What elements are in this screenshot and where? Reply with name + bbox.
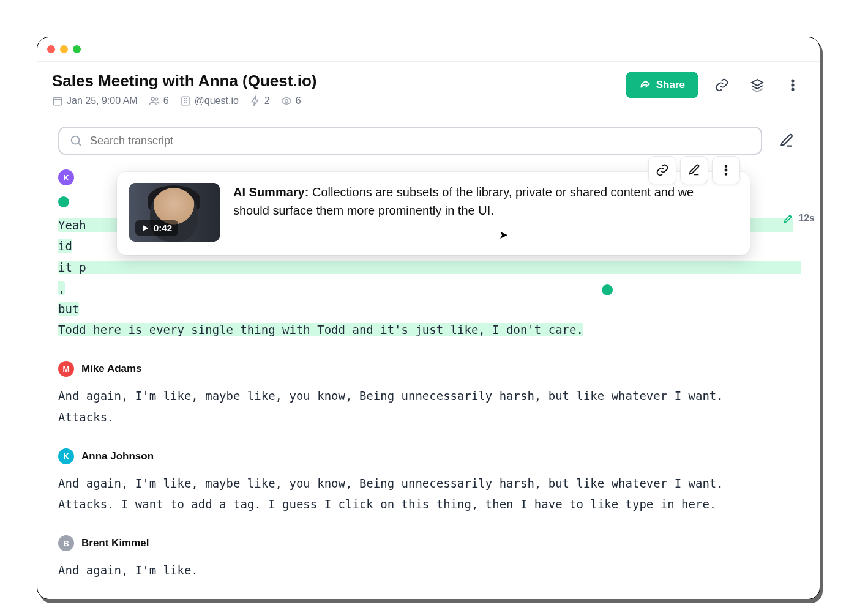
edit-icon <box>687 163 701 177</box>
transcript-block: K Yeah id it p <box>58 169 799 340</box>
svg-point-9 <box>725 165 727 167</box>
selection-handle-end[interactable] <box>602 284 613 295</box>
share-arrow-icon <box>639 79 651 91</box>
avatar: M <box>58 361 74 377</box>
ai-summary-text: AI Summary: Collections are subsets of t… <box>233 183 738 242</box>
transcript-block: K Anna Johnson And again, I'm like, mayb… <box>58 448 799 514</box>
svg-point-5 <box>792 80 793 81</box>
popover-edit-button[interactable] <box>680 156 708 184</box>
avatar: K <box>58 448 74 464</box>
cursor-icon: ➤ <box>499 228 508 242</box>
eye-icon <box>281 95 292 106</box>
utterance[interactable]: And again, I'm like, maybe like, you kno… <box>58 473 799 514</box>
svg-point-11 <box>725 173 727 175</box>
speaker-name: Anna Johnson <box>81 450 154 462</box>
speaker-row[interactable]: B Brent Kimmel <box>58 535 799 551</box>
search-input-wrapper[interactable] <box>58 127 762 155</box>
window-close-icon[interactable] <box>47 45 55 53</box>
page-body: K Yeah id it p <box>37 114 820 599</box>
stack-icon <box>750 78 765 92</box>
link-button[interactable] <box>709 73 734 97</box>
avatar: B <box>58 535 74 551</box>
popover-more-button[interactable] <box>712 156 740 184</box>
play-icon <box>140 223 150 233</box>
play-clip-button[interactable]: 0:42 <box>135 220 178 236</box>
svg-point-8 <box>72 136 80 144</box>
utterance[interactable]: And again, I'm like, maybe like, you kno… <box>58 385 799 427</box>
video-thumbnail[interactable]: 0:42 <box>129 183 220 242</box>
window-minimize-icon[interactable] <box>60 45 68 53</box>
window-zoom-icon[interactable] <box>73 45 81 53</box>
more-vertical-icon <box>719 163 733 177</box>
meta-views[interactable]: 6 <box>281 95 301 106</box>
more-vertical-icon <box>785 78 800 92</box>
edit-icon <box>779 133 795 149</box>
svg-point-6 <box>792 84 793 86</box>
app-window: Sales Meeting with Anna (Quest.io) Jan 2… <box>37 37 820 599</box>
link-icon <box>656 163 669 177</box>
meta-attendees[interactable]: 6 <box>149 95 169 106</box>
svg-point-7 <box>792 88 793 90</box>
popover-link-button[interactable] <box>648 156 676 184</box>
speaker-row[interactable]: M Mike Adams <box>58 361 799 377</box>
svg-point-2 <box>155 98 158 100</box>
utterance[interactable]: And again, I'm like. <box>58 560 799 581</box>
search-input[interactable] <box>90 135 751 147</box>
transcript-block: B Brent Kimmel And again, I'm like. <box>58 535 799 581</box>
transcript: K Yeah id it p <box>58 169 799 581</box>
popover-actions <box>648 156 740 184</box>
svg-point-1 <box>151 97 154 100</box>
meta-row: Jan 25, 9:00 AM 6 @quest.io 2 6 <box>52 95 616 106</box>
company-icon <box>180 95 191 106</box>
more-button[interactable] <box>780 73 805 97</box>
svg-point-10 <box>725 169 727 171</box>
svg-point-4 <box>285 100 288 103</box>
link-icon <box>714 78 729 92</box>
page-title: Sales Meeting with Anna (Quest.io) <box>52 72 616 91</box>
page-header: Sales Meeting with Anna (Quest.io) Jan 2… <box>37 62 820 114</box>
speaker-name: Mike Adams <box>81 363 142 375</box>
meta-bolts[interactable]: 2 <box>250 95 270 106</box>
window-titlebar <box>37 37 820 62</box>
calendar-icon <box>52 95 63 106</box>
people-icon <box>149 95 160 106</box>
speaker-row[interactable]: K Anna Johnson <box>58 448 799 464</box>
transcript-block: M Mike Adams And again, I'm like, maybe … <box>58 361 799 427</box>
highlighter-icon <box>782 212 795 225</box>
svg-rect-0 <box>53 98 62 105</box>
meta-domain[interactable]: @quest.io <box>180 95 239 106</box>
speaker-name: Brent Kimmel <box>81 537 149 549</box>
avatar: K <box>58 169 74 185</box>
compose-button[interactable] <box>774 128 799 153</box>
meta-date[interactable]: Jan 25, 9:00 AM <box>52 95 138 106</box>
highlight-duration-badge[interactable]: 12s <box>782 212 815 225</box>
selection-handle-start[interactable] <box>58 196 69 207</box>
search-icon <box>69 134 83 147</box>
ai-summary-popover: 0:42 AI Summary: Collections are subsets… <box>117 172 750 255</box>
bolt-icon <box>250 95 261 106</box>
svg-rect-3 <box>182 97 189 105</box>
share-button[interactable]: Share <box>626 72 698 98</box>
stack-button[interactable] <box>745 73 769 97</box>
